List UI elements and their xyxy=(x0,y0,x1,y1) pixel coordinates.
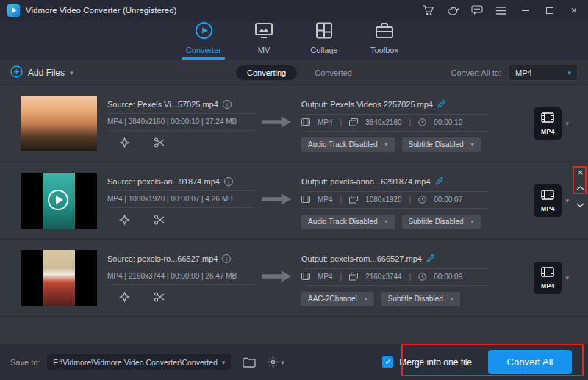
save-path-dropdown[interactable]: E:\Vidmore\Vidmore Video Converter\Conve… xyxy=(47,354,231,370)
file-row-2: Source: pexels-an...91874.mp4 i MP4 | 10… xyxy=(0,162,588,240)
separator: | xyxy=(340,196,343,204)
minimize-button[interactable] xyxy=(519,4,532,17)
format-icon xyxy=(301,196,310,203)
format-icon xyxy=(301,273,310,280)
cut-icon[interactable] xyxy=(154,215,165,229)
caret-down-icon: ▾ xyxy=(281,359,284,366)
output-format-value: MP4 xyxy=(515,68,532,77)
menu-icon[interactable] xyxy=(495,4,508,17)
register-lamp-icon[interactable] xyxy=(446,4,459,17)
edit-effects-icon[interactable] xyxy=(119,292,130,306)
subtitle-dropdown[interactable]: Subtitle Disabled ▾ xyxy=(402,137,481,152)
profile-caret-icon[interactable]: ▾ xyxy=(565,197,569,204)
audio-track-value: AAC-2Channel xyxy=(308,295,357,303)
rename-icon[interactable] xyxy=(435,176,444,187)
save-to-label: Save to: xyxy=(10,358,40,367)
caret-down-icon: ▾ xyxy=(385,141,388,148)
open-folder-button[interactable] xyxy=(243,357,256,368)
rename-icon[interactable] xyxy=(437,99,446,110)
play-icon[interactable] xyxy=(48,190,68,210)
converter-icon xyxy=(195,21,213,43)
collage-icon xyxy=(315,21,333,43)
audio-track-dropdown[interactable]: AAC-2Channel ▾ xyxy=(301,292,374,306)
edit-effects-icon[interactable] xyxy=(119,215,130,229)
video-thumbnail[interactable] xyxy=(21,96,97,151)
file-row-3: Source: pexels-ro...66527.mp4 i MP4 | 21… xyxy=(0,240,588,317)
tab-toolbox-label: Toolbox xyxy=(370,46,398,54)
main-nav: Converter MV Collage Toolbox xyxy=(0,21,588,60)
filter-converted[interactable]: Converted xyxy=(315,68,352,77)
output-format-text: MP4 xyxy=(318,273,333,281)
window-title: Vidmore Video Converter (Unregistered) xyxy=(26,6,176,15)
caret-down-icon: ▾ xyxy=(451,295,453,302)
output-resolution-text: 2160x3744 xyxy=(365,273,402,281)
output-resolution-text: 3840x2160 xyxy=(365,118,402,126)
add-files-button[interactable]: Add Files ▾ xyxy=(10,65,74,80)
separator: | xyxy=(409,118,412,126)
settings-button[interactable]: ▾ xyxy=(268,356,284,368)
format-icon xyxy=(301,118,310,126)
output-profile-badge[interactable]: MP4 xyxy=(534,107,562,140)
move-down-button[interactable] xyxy=(576,197,584,210)
tab-converter-label: Converter xyxy=(186,46,221,54)
feedback-icon[interactable] xyxy=(470,4,484,17)
add-files-label: Add Files xyxy=(28,68,65,78)
cut-icon[interactable] xyxy=(154,292,165,306)
output-format-text: MP4 xyxy=(318,196,333,204)
resolution-icon xyxy=(349,196,358,204)
video-thumbnail[interactable] xyxy=(21,173,97,229)
separator: | xyxy=(409,196,412,204)
tab-collage-label: Collage xyxy=(310,46,337,54)
output-format-text: MP4 xyxy=(318,118,333,126)
film-icon xyxy=(541,190,554,203)
remove-file-button[interactable]: × xyxy=(578,169,584,176)
filter-converting[interactable]: Converting xyxy=(236,65,297,80)
info-icon[interactable]: i xyxy=(223,100,232,109)
output-format-dropdown[interactable]: MP4 ▾ xyxy=(509,65,578,81)
convert-arrow-icon xyxy=(260,115,293,132)
edit-effects-icon[interactable] xyxy=(119,137,130,151)
output-filename: Output: pexels-anna...6291874.mp4 xyxy=(301,177,431,186)
subtitle-dropdown[interactable]: Subtitle Disabled ▾ xyxy=(381,292,460,306)
film-icon xyxy=(541,267,554,280)
tab-toolbox[interactable]: Toolbox xyxy=(361,21,408,54)
subtitle-dropdown[interactable]: Subtitle Disabled ▾ xyxy=(402,215,481,229)
video-thumbnail[interactable] xyxy=(21,250,97,306)
move-up-button[interactable] xyxy=(576,180,584,193)
cut-icon[interactable] xyxy=(154,137,165,151)
output-duration-text: 00:00:07 xyxy=(434,196,462,204)
rename-icon[interactable] xyxy=(426,254,435,264)
close-button[interactable]: × xyxy=(567,4,581,17)
tab-converter[interactable]: Converter xyxy=(180,21,227,54)
merge-checkbox[interactable]: ✓ xyxy=(382,356,393,368)
separator: | xyxy=(340,118,343,126)
profile-caret-icon[interactable]: ▾ xyxy=(565,274,569,282)
cart-icon[interactable] xyxy=(422,4,435,17)
tab-mv[interactable]: MV xyxy=(240,21,287,54)
audio-track-dropdown[interactable]: Audio Track Disabled ▾ xyxy=(301,137,395,152)
profile-caret-icon[interactable]: ▾ xyxy=(565,120,569,127)
info-icon[interactable]: i xyxy=(224,177,233,186)
info-icon[interactable]: i xyxy=(222,254,231,263)
separator: | xyxy=(409,273,412,281)
output-filename: Output: Pexels Videos 2257025.mp4 xyxy=(301,100,433,109)
caret-down-icon: ▾ xyxy=(471,141,474,148)
row-hover-controls: × xyxy=(576,169,584,210)
add-files-caret-icon: ▾ xyxy=(70,69,74,76)
save-path-value: E:\Vidmore\Vidmore Video Converter\Conve… xyxy=(53,358,218,367)
audio-track-dropdown[interactable]: Audio Track Disabled ▾ xyxy=(301,215,395,229)
tab-collage[interactable]: Collage xyxy=(301,21,348,54)
output-resolution-text: 1080x1920 xyxy=(365,196,402,204)
titlebar: Vidmore Video Converter (Unregistered) × xyxy=(0,0,588,21)
source-filename: Source: Pexels Vi...57025.mp4 xyxy=(107,100,218,109)
convert-all-to-label: Convert All to: xyxy=(451,68,501,77)
convert-arrow-icon xyxy=(260,192,293,209)
maximize-button[interactable] xyxy=(543,4,556,17)
app-logo-icon xyxy=(7,4,20,17)
file-list: Source: Pexels Vi...57025.mp4 i MP4 | 38… xyxy=(0,85,588,344)
convert-arrow-icon xyxy=(260,269,293,287)
source-filename: Source: pexels-ro...66527.mp4 xyxy=(107,254,218,263)
convert-all-button[interactable]: Convert All xyxy=(488,350,572,374)
output-profile-badge[interactable]: MP4 xyxy=(534,184,562,217)
output-profile-badge[interactable]: MP4 xyxy=(534,262,562,294)
